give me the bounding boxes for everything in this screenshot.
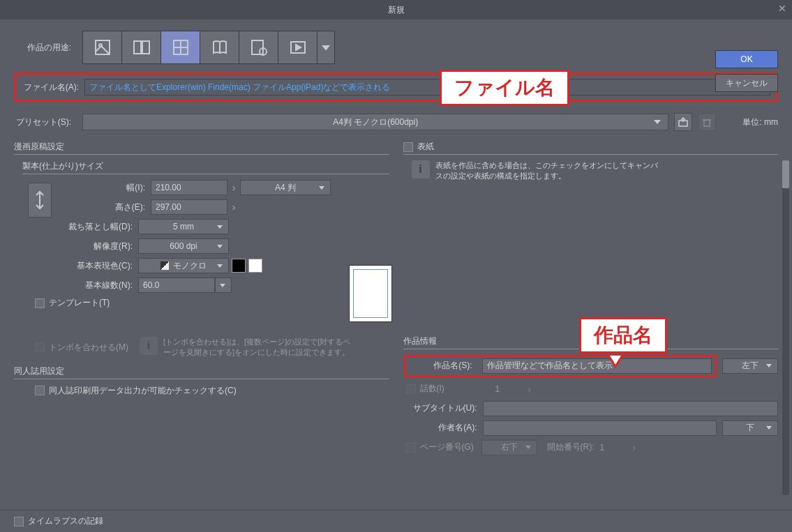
cover-checkbox[interactable]	[403, 142, 413, 152]
lines-dropdown[interactable]	[215, 278, 232, 293]
timelapse-label: タイムラプスの記録	[28, 515, 103, 527]
subtitle-input[interactable]	[483, 401, 779, 416]
bleed-label: 裁ち落とし幅(D):	[14, 221, 138, 233]
cancel-button[interactable]: キャンセル	[715, 74, 778, 92]
pagesize-select[interactable]: A4 判	[240, 180, 331, 195]
pagenum-checkbox	[406, 443, 416, 453]
delete-preset-button	[698, 113, 716, 131]
resolution-label: 解像度(R):	[14, 241, 138, 252]
width-stepper[interactable]: ›	[227, 180, 240, 195]
bleed-select[interactable]: 5 mm	[138, 219, 229, 234]
svg-rect-3	[142, 41, 149, 54]
info-icon: i	[412, 160, 430, 178]
tombo-label: トンボを合わせる(M)	[49, 342, 128, 354]
episodes-value: 1	[481, 384, 523, 394]
svg-rect-14	[704, 120, 710, 126]
scrollbar-thumb[interactable]	[782, 160, 789, 188]
startnum-label: 開始番号(R):	[537, 441, 600, 453]
filename-label: ファイル名(A):	[22, 82, 84, 93]
doujin-check-label: 同人誌印刷用データ出力が可能かチェックする(C)	[49, 385, 237, 397]
orientation-toggle[interactable]	[28, 183, 52, 218]
close-icon[interactable]: ✕	[778, 3, 786, 14]
startnum-value: 1	[600, 443, 628, 453]
binding-legend: 製本(仕上がり)サイズ	[22, 160, 389, 174]
dialog-title: 新規	[388, 4, 405, 16]
usage-comic[interactable]	[161, 31, 200, 63]
tombo-info-text: [トンボを合わせる]は、[複数ページ]の設定で[対するページを見開きにする]をオ…	[163, 337, 352, 358]
usage-animation[interactable]	[278, 31, 317, 63]
preset-select[interactable]: A4判 モノクロ(600dpi)	[82, 114, 668, 130]
ok-button[interactable]: OK	[715, 50, 778, 68]
author-input[interactable]	[483, 420, 717, 436]
annotation-filename: ファイル名	[440, 70, 569, 106]
tombo-checkbox	[35, 342, 45, 352]
doujin-legend: 同人誌用設定	[14, 365, 389, 379]
svg-rect-8	[252, 40, 263, 54]
manga-legend: 漫画原稿設定	[14, 141, 389, 155]
author-label: 作者名(A):	[403, 422, 483, 434]
timelapse-checkbox[interactable]	[14, 517, 24, 526]
workname-input[interactable]	[482, 358, 712, 374]
annotation-workname: 作品名	[579, 317, 667, 354]
lines-label: 基本線数(N):	[14, 280, 138, 291]
titlebar: 新規 ✕	[0, 0, 792, 20]
author-pos-select[interactable]: 下	[722, 420, 778, 436]
cover-info-text: 表紙を作品に含める場合は、このチェックをオンにしてキャンバスの設定や表紙の構成を…	[435, 160, 659, 182]
mono-icon	[160, 261, 169, 270]
filename-row-highlight: ファイル名(A):	[14, 73, 778, 102]
episodes-label: 話数(I)	[416, 383, 481, 395]
height-input[interactable]	[151, 199, 227, 215]
save-preset-button[interactable]	[674, 113, 692, 131]
resolution-select[interactable]: 600 dpi	[138, 238, 229, 254]
color-label: 基本表現色(C):	[14, 260, 138, 272]
info-icon: i	[140, 337, 158, 355]
height-label: 高さ(E):	[60, 202, 151, 213]
startnum-stepper: ›	[628, 440, 641, 455]
pagenum-label: ページ番号(G)	[416, 441, 481, 453]
width-input[interactable]	[151, 180, 227, 195]
usage-doublepage[interactable]	[122, 31, 161, 63]
filename-input[interactable]	[84, 79, 770, 96]
unit-label: 単位: mm	[722, 116, 778, 128]
episodes-checkbox	[406, 384, 416, 394]
width-label: 幅(I):	[60, 182, 151, 194]
template-checkbox[interactable]	[35, 298, 45, 308]
color-select[interactable]: モノクロ	[138, 258, 229, 273]
black-swatch[interactable]	[232, 259, 246, 273]
usage-illustration[interactable]	[83, 31, 122, 63]
subtitle-label: サブタイトル(U):	[403, 402, 483, 414]
svg-rect-2	[134, 41, 141, 54]
usage-button-group	[82, 31, 335, 64]
workname-highlight: 作品名(S):	[403, 355, 717, 377]
usage-book[interactable]	[200, 31, 239, 63]
doujin-checkbox[interactable]	[35, 386, 45, 395]
white-swatch[interactable]	[248, 259, 262, 273]
height-stepper[interactable]: ›	[227, 199, 240, 215]
episodes-stepper: ›	[523, 381, 536, 397]
annotation-callout-tail	[607, 356, 624, 368]
preset-label: プリセット(S):	[14, 116, 77, 128]
scrollbar-vertical[interactable]	[782, 160, 789, 495]
lines-input[interactable]	[138, 278, 215, 293]
usage-dropdown-arrow[interactable]	[317, 31, 334, 63]
workname-label: 作品名(S):	[408, 360, 478, 372]
usage-label: 作品の用途:	[14, 42, 77, 54]
usage-pagesettings[interactable]	[239, 31, 278, 63]
workname-pos-select[interactable]: 左下	[722, 358, 778, 374]
cover-legend: 表紙	[403, 141, 779, 155]
svg-marker-11	[296, 45, 301, 50]
pagenum-pos-select: 右下	[481, 440, 537, 455]
page-preview-thumb	[349, 265, 392, 322]
template-label: テンプレート(T)	[49, 297, 110, 309]
svg-marker-12	[323, 46, 329, 50]
